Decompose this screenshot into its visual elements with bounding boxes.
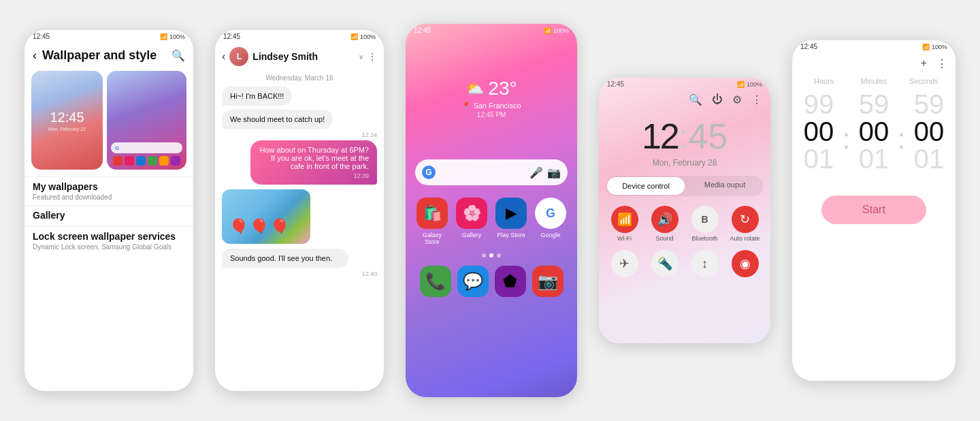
battery-4: 100% (747, 81, 762, 88)
status-icons-1: 📶 100% (160, 33, 185, 40)
status-time-2: 12:45 (223, 33, 240, 40)
quick-icons-row2: ✈ 🔦 ↕ ◉ (599, 247, 770, 282)
add-icon[interactable]: + (921, 57, 927, 70)
tab-media-output[interactable]: Media ouput (686, 176, 764, 196)
gallery-section[interactable]: Gallery (24, 205, 193, 226)
app-icon-3 (136, 156, 146, 166)
seconds-group[interactable]: 59 00 01 (906, 91, 951, 172)
lock-time-display: 12:45 (599, 116, 770, 157)
search-icon-lock[interactable]: 🔍 (689, 93, 702, 106)
bluetooth-quick-icon[interactable]: B Bluetooth (687, 206, 722, 242)
minutes-bot: 01 (859, 145, 889, 172)
minutes-group[interactable]: 59 00 01 (851, 91, 896, 172)
lock-screen-preview[interactable]: 12:45 Mon, February 22 (31, 71, 103, 170)
my-wallpapers-section[interactable]: My wallpapers Featured and downloaded (24, 176, 193, 205)
galaxy-store-icon: 🛍️ (416, 198, 448, 229)
app-google[interactable]: G Google (534, 198, 568, 245)
status-icons-2: 📶 100% (350, 33, 376, 40)
dot-3 (497, 253, 501, 258)
home-search-preview: G (111, 142, 182, 153)
seconds-bot: 01 (914, 145, 945, 172)
google-label: Google (540, 232, 560, 238)
status-bar-1: 12:45 📶 100% (24, 30, 193, 43)
lock-date: Mon, February 28 (599, 158, 770, 168)
rss-quick-icon[interactable]: ◉ (728, 250, 762, 279)
weather-temp: 23° (488, 78, 517, 99)
chevron-down-icon: ∨ (359, 53, 363, 61)
message-text-4: Sounds good. I'll see you then. (230, 254, 332, 262)
status-bar-5: 12:45 📶 100% (792, 40, 956, 53)
wifi-circle: 📶 (611, 206, 638, 233)
dot-1 (482, 253, 486, 258)
back-icon[interactable]: ‹ (33, 48, 37, 63)
contact-name: Lindsey Smith (252, 51, 355, 62)
airplane-quick-icon[interactable]: ✈ (607, 250, 642, 279)
search-bar[interactable]: G 🎤 📷 (415, 159, 568, 185)
lock-tabs: Device control Media ouput (606, 176, 764, 196)
app-gallery[interactable]: 🌸 Gallery (455, 198, 489, 245)
phone-messaging: 12:45 📶 100% ‹ L Lindsey Smith ∨ ⋮ Wedne… (215, 30, 384, 391)
gallery-label: Gallery (462, 232, 482, 238)
rss-circle: ◉ (732, 250, 759, 277)
page-title: Wallpaper and style (42, 48, 166, 63)
my-wallpapers-title: My wallpapers (33, 181, 185, 192)
weather-widget: ⛅ 23° 📍 San Francisco 12:45 PM (406, 78, 577, 119)
lock-preview-date: Mon, February 22 (48, 127, 86, 131)
wifi-icon-3: 📶 (544, 27, 551, 34)
wifi-quick-icon[interactable]: 📶 Wi-Fi (607, 206, 642, 242)
messages-app-icon[interactable]: 💬 (457, 266, 489, 297)
start-button[interactable]: Start (821, 196, 926, 224)
camera-search-icon[interactable]: 📷 (547, 166, 561, 179)
camera-app-icon[interactable]: 📷 (532, 266, 564, 297)
status-bar-4: 12:45 📶 100% (599, 78, 770, 91)
mic-icon[interactable]: 🎤 (529, 166, 543, 179)
updown-quick-icon[interactable]: ↕ (687, 250, 722, 279)
battery-3: 100% (553, 27, 569, 34)
search-icon[interactable]: 🔍 (172, 49, 185, 62)
power-icon[interactable]: ⏻ (712, 93, 723, 106)
wifi-icon-4: 📶 (737, 81, 745, 88)
samsung-app-icon[interactable]: ⬟ (495, 266, 526, 297)
timer-more-icon[interactable]: ⋮ (936, 57, 947, 70)
message-date: Wednesday, March 16 (215, 70, 384, 84)
status-icons-3: 📶 100% (544, 27, 569, 34)
settings-icon[interactable]: ⚙ (732, 93, 742, 106)
weather-time: 12:45 PM (477, 111, 506, 119)
google-app-icon: G (535, 198, 566, 229)
wallpaper-header: ‹ Wallpaper and style 🔍 (24, 43, 193, 68)
timer-header: + ⋮ (792, 53, 956, 74)
battery-1: 100% (169, 33, 185, 40)
app-dock: 📞 💬 ⬟ 📷 (406, 260, 577, 308)
hours-group[interactable]: 99 00 01 (796, 91, 841, 172)
battery-5: 100% (932, 44, 947, 50)
tab-device-control[interactable]: Device control (607, 177, 685, 195)
app-play-store[interactable]: ▶ Play Store (494, 198, 528, 245)
flashlight-quick-icon[interactable]: 🔦 (647, 250, 682, 279)
minutes-mid: 00 (859, 118, 889, 145)
dot-2 (489, 253, 493, 258)
status-bar-3: 12:45 📶 100% (406, 24, 577, 37)
more-options-icon[interactable]: ⋮ (368, 51, 377, 62)
lock-minute: 45 (688, 116, 728, 156)
sound-quick-icon[interactable]: 🔊 Sound (647, 206, 682, 242)
phone-app-icon[interactable]: 📞 (420, 266, 451, 297)
app-galaxy-store[interactable]: 🛍️ Galaxy Store (415, 198, 449, 245)
page-indicator (406, 253, 577, 258)
lock-service-section[interactable]: Lock screen wallpaper services Dynamic L… (24, 226, 193, 255)
hours-label: Hours (799, 77, 849, 85)
gallery-icon: 🌸 (456, 198, 487, 229)
phone-wallpaper: 12:45 📶 100% ‹ Wallpaper and style 🔍 12:… (24, 30, 193, 391)
lock-hour: 12 (642, 116, 679, 156)
msg-back-icon[interactable]: ‹ (222, 50, 225, 63)
message-time-4: 12:40 (215, 270, 384, 277)
autorotate-label: Auto rotate (730, 235, 760, 242)
google-icon: G (422, 166, 436, 179)
message-time-2: 12:34 (215, 131, 384, 138)
flashlight-circle: 🔦 (651, 250, 679, 277)
message-image[interactable]: 🎈🎈🎈 (222, 189, 310, 244)
status-icons-5: 📶 100% (922, 44, 947, 50)
home-screen-preview[interactable]: G (107, 71, 186, 170)
autorotate-quick-icon[interactable]: ↻ Auto rotate (728, 206, 762, 242)
more-icon[interactable]: ⋮ (751, 93, 762, 106)
status-time-4: 12:45 (607, 80, 624, 88)
